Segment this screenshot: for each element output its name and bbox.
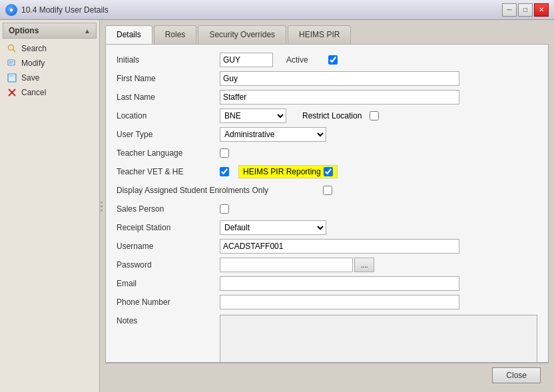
sidebar-modify-label: Modify xyxy=(21,59,45,68)
sidebar-save-label: Save xyxy=(21,73,39,83)
form-panel: Initials Active First Name Last Name Loc… xyxy=(105,44,549,363)
firstname-row: First Name xyxy=(117,71,537,86)
svg-rect-2 xyxy=(8,60,15,65)
restrict-location-checkbox[interactable] xyxy=(370,111,379,120)
sales-person-label: Sales Person xyxy=(117,204,220,214)
tab-roles[interactable]: Roles xyxy=(154,25,197,44)
close-button[interactable]: Close xyxy=(492,367,541,383)
username-label: Username xyxy=(117,242,220,251)
restrict-section: Restrict Location xyxy=(292,111,379,120)
search-icon xyxy=(7,43,17,54)
sidebar-item-search[interactable]: Search xyxy=(3,41,97,56)
app-icon: ● xyxy=(5,4,17,16)
teacher-language-checkbox[interactable] xyxy=(220,148,229,158)
firstname-label: First Name xyxy=(117,74,220,83)
lastname-label: Last Name xyxy=(117,93,220,102)
teacher-language-label: Teacher Language xyxy=(117,148,220,158)
resize-handle[interactable] xyxy=(101,201,103,211)
sidebar-search-label: Search xyxy=(21,44,47,53)
sidebar-cancel-label: Cancel xyxy=(21,88,46,97)
sidebar-item-modify[interactable]: Modify xyxy=(3,56,97,71)
active-label: Active xyxy=(286,55,308,65)
firstname-input[interactable] xyxy=(220,71,459,86)
close-window-button[interactable]: ✕ xyxy=(534,3,549,17)
notes-textarea[interactable] xyxy=(220,315,537,363)
title-bar: ● 10.4 Modify User Details ─ □ ✕ xyxy=(0,0,554,20)
tab-security-overrides[interactable]: Security Overrides xyxy=(198,25,286,44)
username-row: Username xyxy=(117,239,537,254)
sidebar-item-save[interactable]: Save xyxy=(3,71,97,85)
active-checkbox[interactable] xyxy=(328,55,338,65)
initials-input[interactable] xyxy=(220,53,273,67)
initials-label: Initials xyxy=(117,55,220,65)
teacher-vet-checkbox[interactable] xyxy=(220,167,229,176)
location-label: Location xyxy=(117,111,220,120)
password-row: Password .... xyxy=(117,258,537,272)
teacher-vet-label: Teacher VET & HE xyxy=(117,167,220,176)
usertype-label: User Type xyxy=(117,130,220,139)
content-area: Details Roles Security Overrides HEIMS P… xyxy=(100,20,554,392)
password-reveal-button[interactable]: .... xyxy=(354,258,374,272)
receipt-station-label: Receipt Station xyxy=(117,223,220,232)
lastname-row: Last Name xyxy=(117,90,537,104)
receipt-station-row: Receipt Station Default Station 1 Statio… xyxy=(117,220,537,235)
save-icon xyxy=(7,73,17,83)
receipt-station-select[interactable]: Default Station 1 Station 2 xyxy=(220,220,326,235)
restrict-location-label: Restrict Location xyxy=(302,111,362,120)
heims-highlight: HEIMS PIR Reporting xyxy=(238,165,338,178)
email-row: Email xyxy=(117,276,537,291)
display-assigned-row: Display Assigned Student Enrolments Only xyxy=(117,183,537,198)
initials-row: Initials Active xyxy=(117,53,537,67)
sidebar: Options ▲ Search Modify xyxy=(0,20,100,392)
phone-row: Phone Number xyxy=(117,295,537,309)
display-assigned-checkbox[interactable] xyxy=(323,186,332,195)
active-section: Active xyxy=(286,55,338,65)
location-row: Location BNE SYD MEL Restrict Location xyxy=(117,108,537,123)
modify-icon xyxy=(7,58,17,69)
title-bar-left: ● 10.4 Modify User Details xyxy=(5,4,109,16)
display-assigned-label: Display Assigned Student Enrolments Only xyxy=(117,186,323,195)
svg-rect-7 xyxy=(9,78,15,81)
maximize-button[interactable]: □ xyxy=(518,3,533,17)
main-container: Options ▲ Search Modify xyxy=(0,20,554,392)
usertype-select[interactable]: Administrative Teacher Student Staff xyxy=(220,127,326,142)
password-group: .... xyxy=(220,258,374,272)
options-header-label: Options xyxy=(9,26,39,35)
window-controls: ─ □ ✕ xyxy=(502,3,549,17)
tab-heims-pir[interactable]: HEIMS PIR xyxy=(288,25,351,44)
sales-person-checkbox[interactable] xyxy=(220,204,229,214)
email-input[interactable] xyxy=(220,276,459,291)
usertype-row: User Type Administrative Teacher Student… xyxy=(117,127,537,142)
svg-line-1 xyxy=(13,50,16,53)
svg-rect-6 xyxy=(9,74,13,77)
teacher-vet-row: Teacher VET & HE HEIMS PIR Reporting xyxy=(117,164,537,179)
password-label: Password xyxy=(117,260,220,270)
notes-label: Notes xyxy=(117,313,220,325)
window-title: 10.4 Modify User Details xyxy=(21,5,109,15)
heims-pir-label: HEIMS PIR Reporting xyxy=(243,167,321,176)
minimize-button[interactable]: ─ xyxy=(502,3,517,17)
phone-label: Phone Number xyxy=(117,297,220,307)
svg-point-0 xyxy=(9,45,14,51)
phone-input[interactable] xyxy=(220,295,459,309)
notes-row: Notes xyxy=(117,313,537,363)
bottom-bar: Close xyxy=(105,363,549,387)
heims-pir-checkbox[interactable] xyxy=(324,167,333,176)
teacher-language-row: Teacher Language xyxy=(117,146,537,160)
username-input[interactable] xyxy=(220,239,459,254)
sales-person-row: Sales Person xyxy=(117,202,537,216)
options-header[interactable]: Options ▲ xyxy=(3,23,97,39)
tab-details[interactable]: Details xyxy=(105,25,152,44)
tab-bar: Details Roles Security Overrides HEIMS P… xyxy=(105,25,549,44)
email-label: Email xyxy=(117,279,220,288)
sidebar-item-cancel[interactable]: Cancel xyxy=(3,85,97,100)
lastname-input[interactable] xyxy=(220,90,459,104)
password-input[interactable] xyxy=(220,258,353,272)
location-select[interactable]: BNE SYD MEL xyxy=(220,108,286,123)
options-collapse-icon: ▲ xyxy=(84,27,91,35)
cancel-icon xyxy=(7,87,17,98)
